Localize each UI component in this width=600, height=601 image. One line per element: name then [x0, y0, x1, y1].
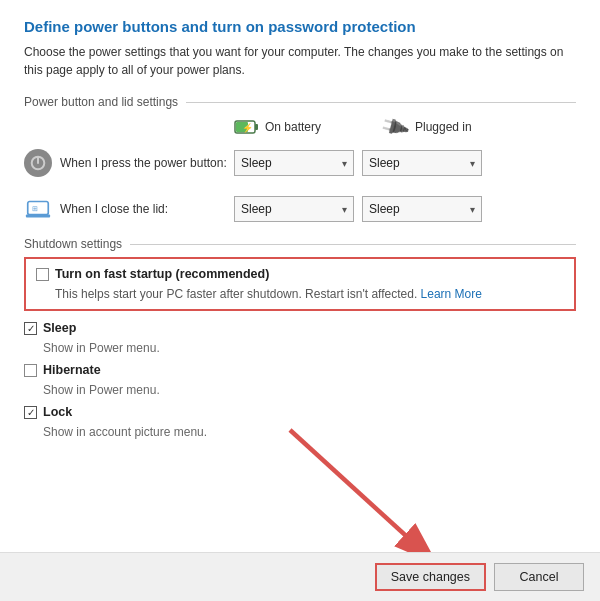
battery-column-header: ⚡ On battery — [234, 118, 374, 136]
lid-plugged-select[interactable]: Sleep▾ — [362, 196, 482, 222]
hibernate-sub: Show in Power menu. — [43, 383, 576, 397]
lock-option: Lock Show in account picture menu. — [24, 405, 576, 439]
hibernate-option: Hibernate Show in Power menu. — [24, 363, 576, 397]
power-button-battery-select[interactable]: Sleep▾ — [234, 150, 354, 176]
fast-startup-label: Turn on fast startup (recommended) — [55, 267, 269, 281]
power-section-label: Power button and lid settings — [24, 95, 576, 109]
page-description: Choose the power settings that you want … — [24, 43, 576, 79]
plugged-column-header: 🔌 Plugged in — [382, 115, 522, 139]
page-title: Define power buttons and turn on passwor… — [24, 18, 576, 35]
fast-startup-description: This helps start your PC faster after sh… — [55, 287, 564, 301]
lid-row: ⊞ When I close the lid: Sleep▾ Sleep▾ — [24, 191, 576, 227]
svg-line-10 — [290, 430, 438, 565]
svg-rect-7 — [26, 215, 50, 218]
sleep-checkbox[interactable] — [24, 322, 37, 335]
svg-text:⚡: ⚡ — [242, 122, 254, 134]
svg-rect-1 — [255, 124, 258, 130]
battery-icon: ⚡ — [234, 118, 260, 136]
sleep-sub: Show in Power menu. — [43, 341, 576, 355]
lid-icon: ⊞ — [24, 195, 52, 223]
bottom-bar: Save changes Cancel — [0, 552, 600, 601]
cancel-button[interactable]: Cancel — [494, 563, 584, 591]
fast-startup-box: Turn on fast startup (recommended) This … — [24, 257, 576, 311]
lid-battery-select[interactable]: Sleep▾ — [234, 196, 354, 222]
hibernate-checkbox[interactable] — [24, 364, 37, 377]
svg-text:⊞: ⊞ — [32, 205, 38, 212]
shutdown-section-label: Shutdown settings — [24, 237, 576, 251]
lock-label: Lock — [43, 405, 72, 419]
lock-sub: Show in account picture menu. — [43, 425, 576, 439]
hibernate-label: Hibernate — [43, 363, 101, 377]
power-button-plugged-select[interactable]: Sleep▾ — [362, 150, 482, 176]
sleep-option: Sleep Show in Power menu. — [24, 321, 576, 355]
lid-label: When I close the lid: — [60, 202, 168, 216]
learn-more-link[interactable]: Learn More — [421, 287, 482, 301]
power-button-label: When I press the power button: — [60, 156, 227, 170]
fast-startup-checkbox[interactable] — [36, 268, 49, 281]
power-button-row: When I press the power button: Sleep▾ Sl… — [24, 145, 576, 181]
save-button[interactable]: Save changes — [375, 563, 486, 591]
plug-icon: 🔌 — [378, 110, 412, 143]
sleep-label: Sleep — [43, 321, 76, 335]
power-button-icon — [24, 149, 52, 177]
lock-checkbox[interactable] — [24, 406, 37, 419]
